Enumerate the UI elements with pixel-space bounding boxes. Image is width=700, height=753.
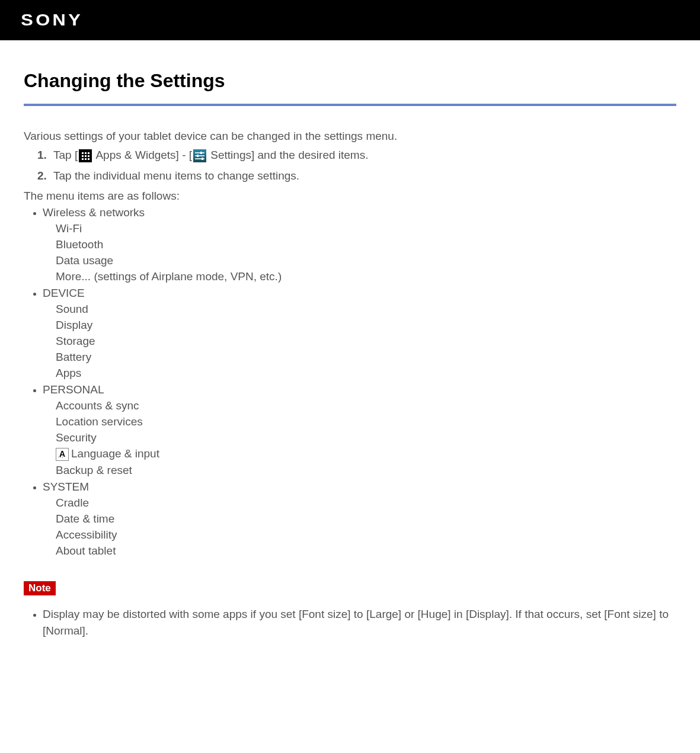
svg-rect-5	[88, 155, 90, 157]
content-area: Changing the Settings Various settings o…	[0, 40, 700, 668]
group-title: SYSTEM	[43, 480, 89, 493]
list-item: ALanguage & input	[56, 447, 676, 461]
apps-icon	[79, 149, 92, 162]
svg-rect-14	[202, 158, 203, 160]
group-items: Accounts & sync Location services Securi…	[43, 399, 676, 477]
intro-text: Various settings of your tablet device c…	[24, 130, 676, 143]
group-items: Cradle Date & time Accessibility About t…	[43, 496, 676, 557]
svg-rect-4	[85, 155, 87, 157]
note-label: Note	[24, 581, 56, 595]
list-item: Storage	[56, 335, 676, 348]
group-device: DEVICE Sound Display Storage Battery App…	[43, 287, 676, 380]
svg-rect-1	[85, 152, 87, 154]
list-item: Security	[56, 431, 676, 444]
svg-rect-12	[200, 152, 202, 154]
group-personal: PERSONAL Accounts & sync Location servic…	[43, 383, 676, 477]
title-divider	[24, 104, 676, 106]
menu-intro: The menu items are as follows:	[24, 190, 676, 203]
list-item: Location services	[56, 415, 676, 428]
list-item-label: Language & input	[71, 447, 159, 460]
list-item: Bluetooth	[56, 238, 676, 251]
list-item: Backup & reset	[56, 464, 676, 477]
group-title: Wireless & networks	[43, 206, 145, 219]
svg-rect-7	[85, 158, 87, 160]
language-icon: A	[56, 448, 69, 461]
group-items: Sound Display Storage Battery Apps	[43, 303, 676, 380]
header-bar: SONY	[0, 0, 700, 40]
list-item: Accounts & sync	[56, 399, 676, 412]
list-item: Display	[56, 319, 676, 332]
note-block: Note Display may be distorted with some …	[24, 581, 676, 640]
group-wireless: Wireless & networks Wi-Fi Bluetooth Data…	[43, 206, 676, 283]
group-title: PERSONAL	[43, 383, 104, 396]
settings-icon	[193, 149, 206, 162]
step-1-text-c: Settings] and the desired items.	[207, 149, 368, 161]
step-1: Tap [ Apps & Widgets] - [ Settings] and …	[50, 149, 676, 162]
step-1-text-a: Tap [	[53, 149, 78, 161]
list-item: Accessibility	[56, 528, 676, 541]
note-list: Display may be distorted with some apps …	[24, 606, 676, 640]
list-item: Wi-Fi	[56, 222, 676, 235]
menu-groups: Wireless & networks Wi-Fi Bluetooth Data…	[24, 206, 676, 557]
list-item: More... (settings of Airplane mode, VPN,…	[56, 270, 676, 283]
list-item: Sound	[56, 303, 676, 316]
svg-rect-3	[82, 155, 84, 157]
group-items: Wi-Fi Bluetooth Data usage More... (sett…	[43, 222, 676, 283]
list-item: Data usage	[56, 254, 676, 267]
group-system: SYSTEM Cradle Date & time Accessibility …	[43, 480, 676, 557]
list-item: About tablet	[56, 544, 676, 557]
list-item: Battery	[56, 351, 676, 364]
svg-rect-2	[88, 152, 90, 154]
group-title: DEVICE	[43, 287, 85, 299]
list-item: Apps	[56, 367, 676, 380]
list-item: Cradle	[56, 496, 676, 510]
step-2: Tap the individual menu items to change …	[50, 169, 676, 182]
svg-rect-0	[82, 152, 84, 154]
note-item: Display may be distorted with some apps …	[43, 606, 676, 640]
step-1-text-b: Apps & Widgets] - [	[93, 149, 192, 161]
page-title: Changing the Settings	[24, 70, 676, 92]
steps-list: Tap [ Apps & Widgets] - [ Settings] and …	[24, 149, 676, 182]
brand-logo: SONY	[21, 11, 83, 30]
svg-rect-8	[88, 158, 90, 160]
svg-rect-10	[195, 155, 204, 156]
list-item: Date & time	[56, 512, 676, 526]
svg-rect-9	[195, 152, 204, 153]
svg-rect-6	[82, 158, 84, 160]
svg-rect-13	[197, 155, 199, 157]
